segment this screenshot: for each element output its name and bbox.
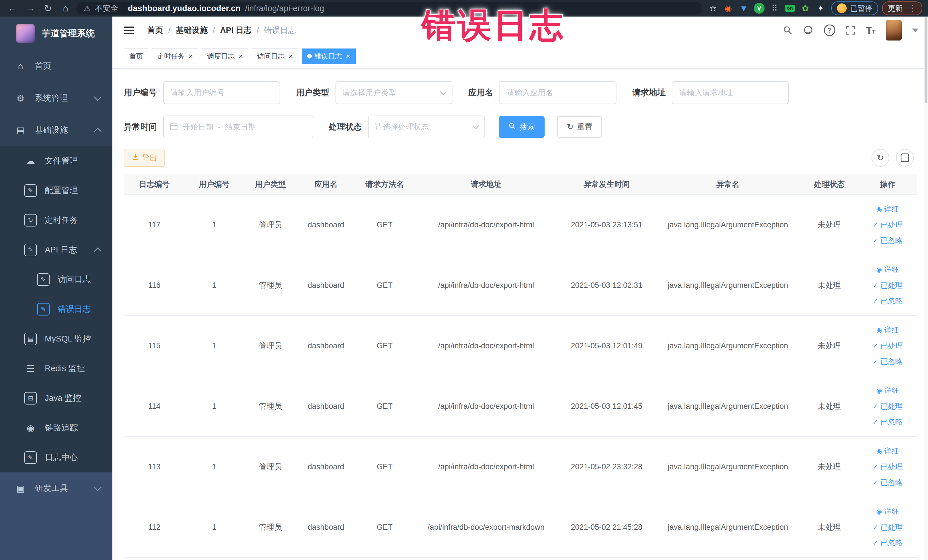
bookmark-star-icon[interactable]: ☆ [706,2,719,15]
view-tab-label: 首页 [129,52,143,61]
row-action-link[interactable]: ◉ 详细 [876,204,899,215]
view-tab[interactable]: 首页 [124,49,148,64]
profile-paused-badge[interactable]: 已暂停 [831,2,878,15]
sidebar-item[interactable]: ▦ MySQL 监控 [0,324,112,354]
kebab-menu-icon[interactable]: ⋮ [908,3,917,13]
breadcrumb-item[interactable]: 基础设施 [176,25,208,36]
sidebar-item[interactable]: ◉ 链路追踪 [0,413,112,443]
row-action-link[interactable]: ◉ 详细 [876,446,899,457]
row-action-link[interactable]: ✓ 已忽略 [873,477,903,488]
grid-extension-icon[interactable]: ⠿ [768,2,781,15]
reset-button[interactable]: ↻ 重置 [557,116,602,138]
collapse-sidebar-icon[interactable] [124,30,134,31]
sidebar-item[interactable]: ⚙ 系统管理 [0,82,112,114]
refresh-table-button[interactable]: ↻ [872,149,889,166]
plant-extension-icon[interactable]: ✿ [799,2,812,15]
puzzle-extension-icon[interactable]: ✦ [814,2,827,15]
row-action-link[interactable]: ✓ 已处理 [873,401,903,412]
row-action-link[interactable]: ◉ 详细 [876,264,899,275]
row-action-link[interactable]: ✓ 已处理 [873,280,903,291]
browser-forward-button[interactable]: → [23,3,37,14]
close-icon[interactable]: × [238,52,243,60]
chevron-down-icon [440,88,446,95]
view-tab[interactable]: 定时任务 × [152,49,198,64]
browser-home-button[interactable]: ⌂ [59,3,72,14]
filter-control[interactable]: 请选择用户类型 [336,81,452,104]
export-button[interactable]: 导出 [124,149,165,167]
column-header: 处理状态 [800,179,859,189]
switch-on-extension-icon[interactable]: on [783,2,797,15]
sidebar-item[interactable]: ↻ 定时任务 [0,205,112,235]
view-tab[interactable]: 访问日志 × [252,49,298,64]
close-icon[interactable]: × [189,52,193,60]
browser-back-button[interactable]: ← [6,3,20,14]
sidebar-item[interactable]: ✎ 访问日志 [0,265,112,294]
sidebar-item[interactable]: ✎ 日志中心 [0,443,112,472]
github-icon[interactable] [803,25,814,36]
breadcrumb-item[interactable]: 错误日志 [264,25,296,36]
browser-reload-button[interactable]: ↻ [41,3,55,14]
cell-user-id: 1 [185,401,244,412]
date-range-picker[interactable]: 开始日期 - 结束日期 [163,116,313,138]
caret-down-icon[interactable] [912,29,918,32]
row-action-link[interactable]: ✓ 已忽略 [873,296,903,307]
cell-process-status: 未处理 [800,340,859,352]
sidebar-item[interactable]: ✎ 错误日志 [0,294,112,324]
row-action-link[interactable]: ✓ 已处理 [873,461,903,472]
start-date-placeholder[interactable]: 开始日期 [183,122,214,132]
search-icon[interactable] [783,25,792,35]
chevron-up-icon [94,247,102,255]
view-tab[interactable]: 调度日志 × [202,49,248,64]
status-select[interactable]: 请选择处理状态 [368,116,485,138]
font-size-icon[interactable]: TT [866,25,876,35]
app-logo[interactable]: 芋道管理系统 [0,17,112,50]
row-action-link[interactable]: ✓ 已处理 [873,340,903,351]
close-icon[interactable]: × [288,52,293,60]
row-action-link[interactable]: ◉ 详细 [876,506,899,517]
row-action-link[interactable]: ◉ 详细 [876,385,899,396]
sidebar-item[interactable]: ⊟ Java 监控 [0,383,112,413]
filter-input[interactable] [170,88,273,98]
row-action-link[interactable]: ✓ 已忽略 [873,537,903,549]
close-icon[interactable]: × [346,52,350,60]
v-extension-icon[interactable]: V [752,2,766,15]
row-action-link[interactable]: ✓ 已忽略 [873,235,903,246]
filter-control[interactable]: 请输入用户编号 [163,81,280,104]
fullscreen-icon[interactable] [846,25,856,35]
end-date-placeholder[interactable]: 结束日期 [225,122,256,132]
search-button[interactable]: 搜索 [499,116,545,138]
shield-extension-icon[interactable]: ▼ [737,2,750,15]
column-settings-button[interactable] [896,149,914,166]
sidebar-item[interactable]: ☁ 文件管理 [0,146,112,176]
scrollbar-thumb[interactable] [925,17,927,103]
page-scrollbar[interactable] [924,17,928,560]
breadcrumb-item[interactable]: 首页 [147,25,163,36]
filter-input[interactable] [506,88,610,98]
row-action-link[interactable]: ✓ 已处理 [873,522,903,533]
column-header: 异常名 [656,179,800,189]
filter-input[interactable] [679,88,782,98]
row-action-link[interactable]: ✓ 已忽略 [873,356,903,367]
security-label[interactable]: 不安全 [95,3,118,14]
action-label: 已忽略 [881,477,903,488]
row-action-link[interactable]: ✓ 已忽略 [873,417,903,428]
browser-update-button[interactable]: 更新 ⋮ [882,2,922,15]
sidebar-item[interactable]: ▣ 研发工具 [0,472,112,504]
url-bar[interactable]: ⚠ 不安全 dashboard.yudao.iocoder.cn /infra/… [76,2,702,15]
help-icon[interactable]: ? [824,24,835,36]
sidebar-item[interactable]: ☰ Redis 监控 [0,354,112,383]
user-avatar[interactable] [886,20,902,41]
sidebar-item[interactable]: ✎ 配置管理 [0,176,112,205]
cell-log-id: 114 [124,401,185,412]
breadcrumb-item[interactable]: API 日志 [220,25,252,36]
sidebar-item[interactable]: ▤ 基础设施 [0,114,112,146]
sidebar-item[interactable]: ⌂ 首页 [0,50,112,82]
filter-control[interactable]: 请输入应用名 [499,81,617,104]
row-action-link[interactable]: ✓ 已处理 [873,220,903,230]
row-action-link[interactable]: ◉ 详细 [876,325,899,336]
adblock-extension-icon[interactable]: ◉ [722,2,735,15]
log-center-icon: ✎ [24,451,37,464]
sidebar-item[interactable]: ✎ API 日志 [0,235,112,265]
view-tab[interactable]: 错误日志 × [302,49,356,64]
filter-control[interactable]: 请输入请求地址 [672,81,789,104]
